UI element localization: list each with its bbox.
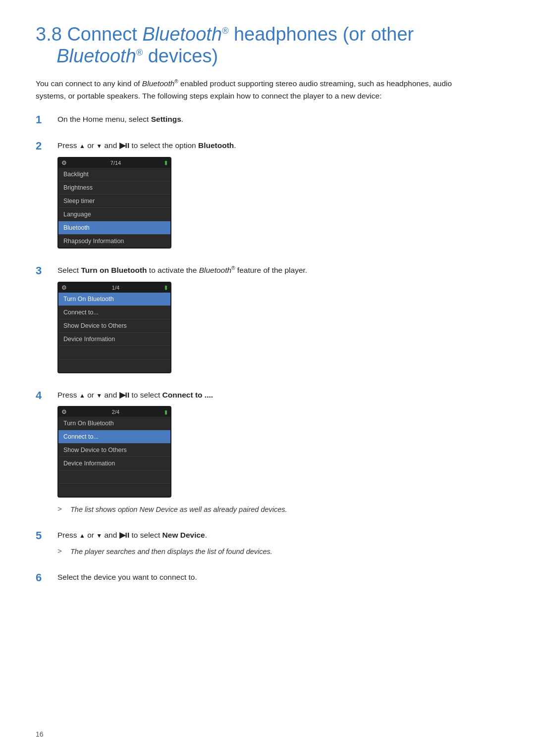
device-screen-2: 1/4 Turn On Bluetooth Connect to... Show…	[57, 282, 171, 373]
step-6-number: 6	[36, 571, 57, 584]
screen2-item-empty2: -	[58, 359, 170, 372]
battery-icon	[164, 159, 167, 166]
screen2-item-empty1: -	[58, 346, 170, 359]
step-4-subnote: > The list shows option New Device as we…	[57, 504, 499, 515]
title-suffix: devices)	[143, 46, 218, 66]
step-6: 6 Select the device you want to connect …	[36, 571, 499, 589]
device-screen-1: 7/14 Backlight Brightness Sleep timer La…	[57, 157, 171, 249]
step-1-number: 1	[36, 113, 57, 126]
step-4: 4 Press or and ▶II to select Connect to …	[36, 389, 499, 521]
screen2-item-2: Show Device to Others	[58, 319, 170, 333]
screen1-item-4-selected: Bluetooth	[58, 221, 170, 235]
gear-icon-2	[61, 284, 67, 291]
device-header-2: 1/4	[58, 283, 170, 293]
step-3-text: Select Turn on Bluetooth to activate the…	[57, 264, 499, 277]
step-1-text: On the Home menu, select Settings.	[57, 113, 499, 126]
screen3-item-3: Device Information	[58, 457, 170, 470]
device-screen-3: 2/4 Turn On Bluetooth Connect to... Show…	[57, 406, 171, 498]
battery-icon-2	[164, 284, 167, 291]
step-3: 3 Select Turn on Bluetooth to activate t…	[36, 264, 499, 380]
arrow-down-icon	[96, 141, 102, 150]
screen3-item-1-selected: Connect to...	[58, 430, 170, 444]
subnote-text-4: The list shows option New Device as well…	[70, 504, 287, 515]
screen3-item-empty2: -	[58, 484, 170, 497]
step-6-content: Select the device you want to connect to…	[57, 571, 499, 589]
screen2-item-0-selected: Turn On Bluetooth	[58, 293, 170, 306]
step-5-number: 5	[36, 529, 57, 542]
subnote-arrow-5: >	[57, 547, 66, 555]
step-3-content: Select Turn on Bluetooth to activate the…	[57, 264, 499, 380]
title-prefix: 3.8 Connect	[36, 24, 142, 45]
step-4-text: Press or and ▶II to select Connect to ..…	[57, 389, 499, 402]
screen1-item-3: Language	[58, 208, 170, 221]
step-2-number: 2	[36, 140, 57, 152]
page-number: 16	[36, 730, 44, 738]
screen1-item-5: Rhapsody Information	[58, 235, 170, 248]
step-5: 5 Press or and ▶II to select New Device.…	[36, 529, 499, 562]
screen1-item-1: Brightness	[58, 181, 170, 195]
step-6-text: Select the device you want to connect to…	[57, 571, 499, 584]
screen2-item-3: Device Information	[58, 333, 170, 346]
step-3-number: 3	[36, 264, 57, 277]
title-italic1: Bluetooth®	[142, 24, 228, 45]
step-5-text: Press or and ▶II to select New Device.	[57, 529, 499, 542]
screen3-item-2: Show Device to Others	[58, 444, 170, 457]
screen2-item-1: Connect to...	[58, 306, 170, 319]
page-title: 3.8 Connect Bluetooth® headphones (or ot…	[36, 24, 499, 67]
intro-text: You can connect to any kind of Bluetooth…	[36, 78, 482, 102]
arrow-down-icon-5	[96, 531, 102, 539]
step-4-number: 4	[36, 389, 57, 402]
step-2-content: Press or and ▶II to select the option Bl…	[57, 140, 499, 255]
screen1-counter: 7/14	[110, 160, 121, 166]
gear-icon-3	[61, 408, 67, 415]
screen1-item-2: Sleep timer	[58, 195, 170, 208]
arrow-down-icon-4	[96, 391, 102, 399]
screen3-item-0: Turn On Bluetooth	[58, 417, 170, 430]
arrow-up-icon-5	[79, 531, 85, 539]
arrow-up-icon-4	[79, 391, 85, 399]
step-2: 2 Press or and ▶II to select the option …	[36, 140, 499, 255]
battery-icon-3	[164, 409, 167, 415]
screen3-item-empty1: -	[58, 470, 170, 484]
step-5-content: Press or and ▶II to select New Device. >…	[57, 529, 499, 562]
screen3-counter: 2/4	[112, 409, 119, 415]
step-4-content: Press or and ▶II to select Connect to ..…	[57, 389, 499, 521]
device-header-1: 7/14	[58, 158, 170, 168]
title-italic2: Bluetooth®	[56, 46, 143, 66]
arrow-up-icon	[79, 141, 85, 150]
screen1-item-0: Backlight	[58, 168, 170, 181]
gear-icon	[61, 159, 67, 166]
device-header-3: 2/4	[58, 407, 170, 417]
step-1: 1 On the Home menu, select Settings.	[36, 113, 499, 131]
screen2-counter: 1/4	[112, 285, 119, 291]
step-5-subnote: > The player searches and then displays …	[57, 547, 499, 557]
subnote-arrow-4: >	[57, 504, 66, 513]
step-2-text: Press or and ▶II to select the option Bl…	[57, 140, 499, 152]
title-middle: headphones (or other	[228, 24, 414, 45]
steps-container: 1 On the Home menu, select Settings. 2 P…	[36, 113, 499, 588]
subnote-text-5: The player searches and then displays th…	[70, 547, 272, 557]
step-1-content: On the Home menu, select Settings.	[57, 113, 499, 131]
